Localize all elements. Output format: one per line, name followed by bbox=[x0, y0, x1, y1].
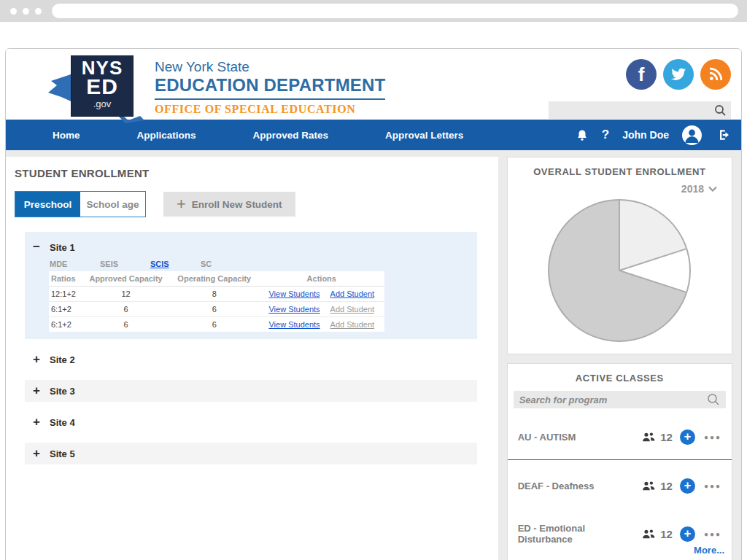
pie-slice-divider bbox=[619, 248, 686, 271]
approved-capacity-cell: 6 bbox=[82, 317, 170, 332]
add-student-link[interactable]: Add Student bbox=[330, 320, 375, 329]
class-count: 12 bbox=[660, 431, 673, 443]
nav-item-home[interactable]: Home bbox=[38, 130, 95, 141]
ratio-cell: 6:1+2 bbox=[49, 317, 82, 332]
approved-capacity-cell: 12 bbox=[82, 287, 170, 302]
column-header: Actions bbox=[259, 271, 384, 287]
students-group-icon bbox=[642, 432, 656, 443]
class-count: 12 bbox=[660, 528, 673, 540]
site-masthead: NYS ED .gov New York State EDUCATION DEP… bbox=[6, 49, 741, 120]
add-student-link[interactable]: Add Student bbox=[330, 289, 375, 298]
add-to-class-button[interactable]: + bbox=[680, 429, 695, 445]
collapse-site-icon[interactable]: − bbox=[31, 241, 42, 253]
expand-site-icon[interactable]: + bbox=[31, 448, 42, 459]
site-name: Site 2 bbox=[50, 354, 75, 365]
site-search-input[interactable] bbox=[549, 101, 714, 119]
enroll-new-student-button[interactable]: + Enroll New Student bbox=[163, 192, 295, 217]
site-name: Site 5 bbox=[50, 448, 75, 459]
active-classes-panel: ACTIVE CLASSES AU - AUTISM12+●●●DEAF - D… bbox=[507, 363, 732, 560]
expand-site-icon[interactable]: + bbox=[31, 385, 42, 397]
window-dot[interactable] bbox=[35, 8, 42, 15]
view-students-link[interactable]: View Students bbox=[268, 289, 320, 298]
tab-school-age[interactable]: School age bbox=[80, 192, 145, 217]
nav-item-applications[interactable]: Applications bbox=[123, 130, 211, 141]
site-row-site-4[interactable]: +Site 4 bbox=[25, 411, 477, 433]
window-control-dots[interactable] bbox=[10, 8, 42, 15]
column-header: Ratios bbox=[49, 271, 82, 287]
column-header: Operating Capacity bbox=[170, 271, 259, 287]
search-icon[interactable] bbox=[707, 393, 720, 406]
expand-site-icon[interactable]: + bbox=[31, 354, 42, 365]
more-link[interactable]: More... bbox=[508, 545, 724, 556]
view-students-link[interactable]: View Students bbox=[268, 305, 320, 314]
approved-capacity-cell: 6 bbox=[82, 302, 170, 317]
service-tab-seis[interactable]: SEIS bbox=[100, 260, 150, 268]
student-enrollment-panel: STUDENT ENROLLMENT PreschoolSchool age +… bbox=[6, 157, 498, 560]
operating-capacity-cell: 6 bbox=[170, 317, 259, 332]
window-dot[interactable] bbox=[10, 8, 17, 15]
ratio-cell: 12:1+2 bbox=[49, 287, 82, 302]
class-item-au: AU - AUTISM12+●●● bbox=[518, 426, 721, 448]
user-avatar-icon[interactable] bbox=[682, 125, 702, 145]
nav-items: HomeApplicationsApproved RatesApproval L… bbox=[6, 130, 576, 141]
column-header: Approved Capacity bbox=[82, 271, 170, 287]
page-title: STUDENT ENROLLMENT bbox=[15, 167, 498, 179]
search-icon[interactable] bbox=[714, 104, 727, 117]
site-row-site-5[interactable]: +Site 5 bbox=[25, 443, 477, 464]
nysed-logo[interactable]: NYS ED .gov bbox=[66, 53, 139, 117]
program-search bbox=[514, 391, 726, 408]
site-name: Site 4 bbox=[50, 417, 75, 428]
facebook-icon[interactable]: f bbox=[626, 59, 657, 90]
class-item-ed: ED - Emotional Disturbance12+●●● bbox=[518, 523, 721, 545]
active-classes-title: ACTIVE CLASSES bbox=[508, 364, 732, 384]
chevron-down-icon bbox=[708, 186, 717, 192]
program-search-input[interactable] bbox=[514, 391, 707, 408]
nav-item-approval-letters[interactable]: Approval Letters bbox=[371, 130, 478, 141]
students-group-icon bbox=[642, 481, 656, 491]
window-dot[interactable] bbox=[23, 8, 29, 15]
table-row: 12:1+2128View StudentsAdd Student bbox=[49, 287, 384, 302]
plus-icon: + bbox=[177, 197, 186, 211]
sign-out-icon[interactable] bbox=[718, 128, 731, 141]
address-bar[interactable] bbox=[52, 4, 738, 18]
pie-slice-divider bbox=[619, 201, 620, 271]
app-window: NYS ED .gov New York State EDUCATION DEP… bbox=[5, 48, 742, 560]
nysed-logo-box: NYS ED .gov bbox=[71, 56, 133, 116]
nav-item-approved-rates[interactable]: Approved Rates bbox=[239, 130, 344, 141]
students-group-icon bbox=[642, 529, 656, 540]
add-student-link[interactable]: Add Student bbox=[330, 305, 375, 314]
user-name[interactable]: John Doe bbox=[622, 129, 669, 141]
service-tab-mde[interactable]: MDE bbox=[50, 260, 100, 268]
rss-icon[interactable] bbox=[700, 59, 731, 90]
ratio-cell: 6:1+2 bbox=[49, 302, 82, 317]
view-students-link[interactable]: View Students bbox=[268, 320, 320, 329]
site-row-site-3[interactable]: +Site 3 bbox=[25, 380, 477, 402]
expand-site-icon[interactable]: + bbox=[31, 416, 42, 428]
enrollment-pie-chart[interactable] bbox=[548, 199, 691, 342]
capacity-table: RatiosApproved CapacityOperating Capacit… bbox=[49, 271, 384, 332]
operating-capacity-cell: 8 bbox=[170, 287, 259, 302]
twitter-icon[interactable] bbox=[663, 59, 694, 90]
site-name: Site 1 bbox=[50, 242, 75, 253]
age-group-tabs: PreschoolSchool age bbox=[15, 191, 146, 217]
site-row-site-2[interactable]: +Site 2 bbox=[25, 349, 477, 370]
notifications-bell-icon[interactable] bbox=[576, 128, 589, 142]
social-links: f bbox=[549, 59, 731, 90]
site-search bbox=[549, 101, 731, 119]
add-to-class-button[interactable]: + bbox=[680, 526, 695, 542]
more-options-icon[interactable]: ●●● bbox=[704, 482, 721, 490]
class-label: DEAF - Deafness bbox=[518, 481, 643, 491]
logo-line2: ED bbox=[71, 77, 133, 96]
more-options-icon[interactable]: ●●● bbox=[704, 530, 721, 538]
year-dropdown[interactable]: 2018 bbox=[508, 177, 732, 195]
content-area: STUDENT ENROLLMENT PreschoolSchool age +… bbox=[6, 150, 741, 560]
tab-preschool[interactable]: Preschool bbox=[15, 192, 80, 217]
overall-enrollment-title: OVERALL STUDENT ENROLLMENT bbox=[508, 158, 732, 177]
help-icon[interactable]: ? bbox=[602, 128, 609, 142]
class-label: ED - Emotional Disturbance bbox=[518, 523, 643, 545]
service-tab-scis[interactable]: SCIS bbox=[150, 260, 201, 268]
add-to-class-button[interactable]: + bbox=[680, 478, 695, 494]
more-options-icon[interactable]: ●●● bbox=[704, 433, 721, 441]
service-tab-sc[interactable]: SC bbox=[201, 260, 251, 268]
site-1-expanded-block: − Site 1 MDESEISSCISSC RatiosApproved Ca… bbox=[25, 232, 477, 339]
